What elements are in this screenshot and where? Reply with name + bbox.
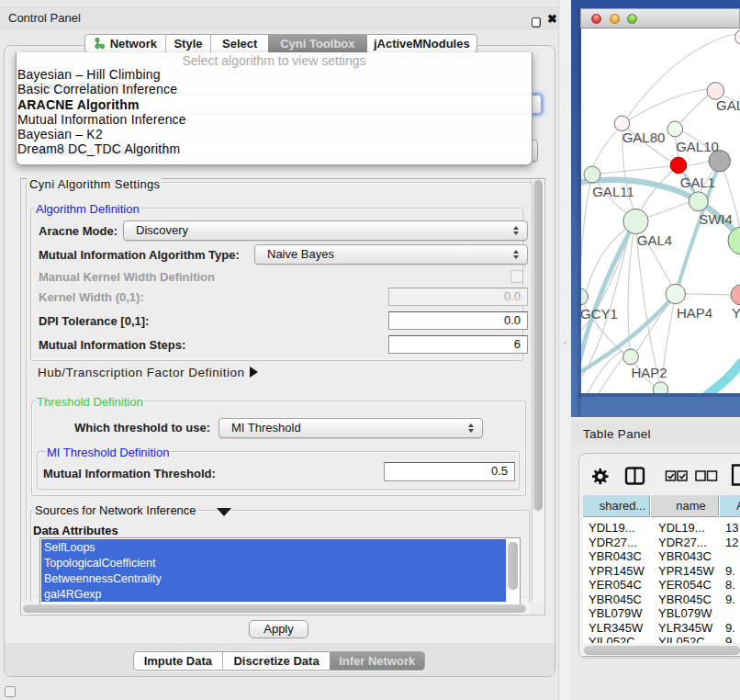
svg-text:SWI4: SWI4 [699, 211, 733, 227]
svg-text:GAL8: GAL8 [716, 97, 740, 113]
svg-text:Y: Y [732, 305, 740, 321]
svg-text:HAP4: HAP4 [677, 305, 712, 321]
svg-text:HAP2: HAP2 [631, 365, 667, 380]
svg-text:GCY1: GCY1 [581, 306, 618, 322]
svg-text:GAL11: GAL11 [592, 184, 634, 199]
svg-text:GAL80: GAL80 [622, 130, 666, 145]
svg-text:GAL10: GAL10 [676, 139, 719, 154]
svg-text:GAL1: GAL1 [680, 175, 715, 190]
svg-text:GAL4: GAL4 [637, 232, 672, 248]
